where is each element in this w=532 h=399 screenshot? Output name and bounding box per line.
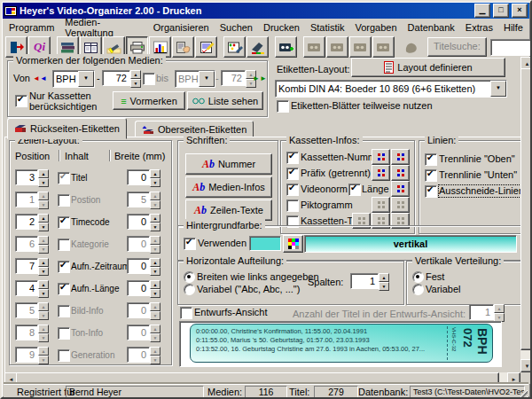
skip-forward-icon[interactable]: ► <box>260 73 267 84</box>
spin-down-icon[interactable]: ▼ <box>38 289 49 298</box>
row-checkbox[interactable] <box>58 239 70 251</box>
menu-suchen[interactable]: Suchen <box>215 20 258 35</box>
menu-vorgaben[interactable]: Vorgaben <box>349 20 402 35</box>
marker-button[interactable] <box>246 36 269 58</box>
bis-checkbox[interactable] <box>143 73 155 85</box>
gradient-direction-selector[interactable]: vertikal <box>304 235 517 253</box>
spin-up-icon[interactable]: ▲ <box>150 214 160 223</box>
menu-organisieren[interactable]: Organisieren <box>148 20 215 35</box>
titelsuche-input[interactable] <box>490 39 532 56</box>
spin-up-icon[interactable]: ▲ <box>38 169 49 178</box>
spin-up-icon[interactable]: ▲ <box>38 280 49 289</box>
row-width-spinner[interactable]: 0▲▼ <box>127 258 160 274</box>
layout-definieren-button[interactable]: Layout definieren <box>351 58 505 77</box>
spin-down-icon[interactable]: ▼ <box>38 223 49 231</box>
verwenden-checkbox[interactable] <box>184 238 196 250</box>
etiketten-partial-checkbox[interactable] <box>277 100 289 113</box>
spin-down-icon[interactable]: ▼ <box>150 289 160 298</box>
from-prefix-combo[interactable]: BPH▼ <box>52 70 95 88</box>
spin-up-icon[interactable]: ▲ <box>38 214 49 223</box>
color-picker-button[interactable] <box>283 235 303 253</box>
medien-infos-font-button[interactable]: AbMedien-Infos <box>185 176 272 198</box>
row-checkbox[interactable] <box>58 349 70 362</box>
spin-up-icon[interactable]: ▲ <box>38 258 49 267</box>
menu-statistik[interactable]: Statistik <box>305 20 350 35</box>
skip-back-icon[interactable]: ◄ <box>33 73 40 84</box>
spin-up-icon[interactable]: ▲ <box>150 169 160 178</box>
spin-down-icon[interactable]: ▼ <box>38 267 49 276</box>
fest-radio[interactable] <box>412 271 424 283</box>
maximize-button[interactable]: □ <box>493 4 509 18</box>
position-mini-button[interactable] <box>391 181 410 197</box>
trennlinie-oben-checkbox[interactable] <box>425 153 437 166</box>
kassetten-nummer-checkbox[interactable] <box>286 152 299 164</box>
row-position-spinner[interactable]: 4▲▼ <box>15 280 49 296</box>
row-width-spinner[interactable]: 0▲▼ <box>127 214 160 230</box>
vertical-scrollbar[interactable]: ▲ ▼ <box>520 57 532 372</box>
font-mini-button[interactable] <box>372 149 390 165</box>
edit-media-button[interactable] <box>172 36 194 58</box>
laenge-checkbox[interactable] <box>348 184 361 196</box>
dropdown-arrow-icon[interactable]: ▼ <box>78 71 94 87</box>
spin-down-icon[interactable]: ▼ <box>379 282 389 291</box>
spin-down-icon[interactable]: ▼ <box>150 267 160 276</box>
row-position-spinner[interactable]: 2▲▼ <box>15 214 49 230</box>
horizontal-scrollbar[interactable]: ◄ ► <box>4 372 520 384</box>
scroll-down-icon[interactable]: ▼ <box>520 359 532 372</box>
row-width-spinner[interactable]: 0▲▼ <box>127 169 160 185</box>
breiten-radio[interactable] <box>184 271 195 283</box>
minimize-button[interactable]: ▁ <box>474 4 490 18</box>
dropdown-arrow-icon[interactable]: ▼ <box>490 81 506 97</box>
menu-hilfe[interactable]: Hilfe <box>498 20 528 35</box>
spin-up-icon[interactable]: ▲ <box>379 273 389 282</box>
add-cassette-button[interactable] <box>275 36 297 58</box>
row-checkbox[interactable] <box>58 283 70 295</box>
spin-down-icon[interactable]: ▼ <box>150 223 160 231</box>
vormerken-button[interactable]: ≡Vormerken <box>113 91 185 110</box>
row-checkbox[interactable] <box>58 327 70 340</box>
trennlinie-unten-checkbox[interactable] <box>425 169 437 182</box>
row-position-spinner[interactable]: 7▲▼ <box>15 258 49 274</box>
format-labels-button[interactable] <box>223 36 246 58</box>
entwurfs-ansicht-checkbox[interactable] <box>180 307 192 319</box>
praefix-checkbox[interactable] <box>286 168 299 180</box>
row-width-spinner[interactable]: 0▲▼ <box>127 280 160 296</box>
menu-datenbank[interactable]: Datenbank <box>403 20 460 35</box>
row-checkbox[interactable] <box>58 194 70 207</box>
variabel-vert-radio[interactable] <box>412 284 424 295</box>
row-position-spinner[interactable]: 3▲▼ <box>15 169 49 185</box>
videonorm-checkbox[interactable] <box>286 184 299 196</box>
row-checkbox[interactable] <box>58 216 70 229</box>
font-mini-button[interactable] <box>372 165 390 181</box>
nummer-font-button[interactable]: AbNummer <box>185 153 272 175</box>
row-checkbox[interactable] <box>58 172 70 184</box>
step-forward-icon[interactable]: ► <box>253 73 260 84</box>
liste-sehen-button[interactable]: Liste sehen <box>187 91 263 110</box>
menu-programm[interactable]: Programm <box>4 20 59 35</box>
ausschneide-linien-checkbox[interactable] <box>425 185 437 198</box>
spin-up-icon[interactable]: ▲ <box>130 70 141 79</box>
spin-up-icon[interactable]: ▲ <box>150 258 160 267</box>
tab-rueckseiten-etiketten[interactable]: Rückseiten-Etiketten <box>7 118 127 139</box>
variabel-radio[interactable] <box>184 284 195 295</box>
menu-extras[interactable]: Extras <box>460 20 498 35</box>
menu-drucken[interactable]: Drucken <box>258 20 305 35</box>
position-mini-button[interactable] <box>391 149 410 165</box>
spalten-spinner[interactable]: 1▲▼ <box>350 273 389 289</box>
spin-up-icon[interactable]: ▲ <box>150 280 160 289</box>
edit-notes-button[interactable] <box>195 36 217 58</box>
spin-down-icon[interactable]: ▼ <box>38 178 49 187</box>
spin-down-icon[interactable]: ▼ <box>130 79 141 88</box>
etiketten-layout-combo[interactable]: Kombi DIN A4: Boeder 10 869 (6+6 Etikett… <box>275 80 507 98</box>
step-back-icon[interactable]: ◄ <box>40 73 47 84</box>
vertical-scroll-thumb[interactable] <box>520 68 532 350</box>
nur-kassetten-checkbox[interactable] <box>15 95 27 107</box>
close-button[interactable]: × <box>512 4 528 18</box>
spin-down-icon[interactable]: ▼ <box>150 178 160 187</box>
piktogramm-checkbox[interactable] <box>286 200 299 212</box>
position-mini-button[interactable] <box>391 165 410 181</box>
from-number-spinner[interactable]: 72▲▼ <box>102 70 141 86</box>
row-checkbox[interactable] <box>58 305 70 317</box>
row-checkbox[interactable] <box>58 261 70 273</box>
zeilen-texte-font-button[interactable]: AbZeilen-Texte <box>185 200 272 221</box>
